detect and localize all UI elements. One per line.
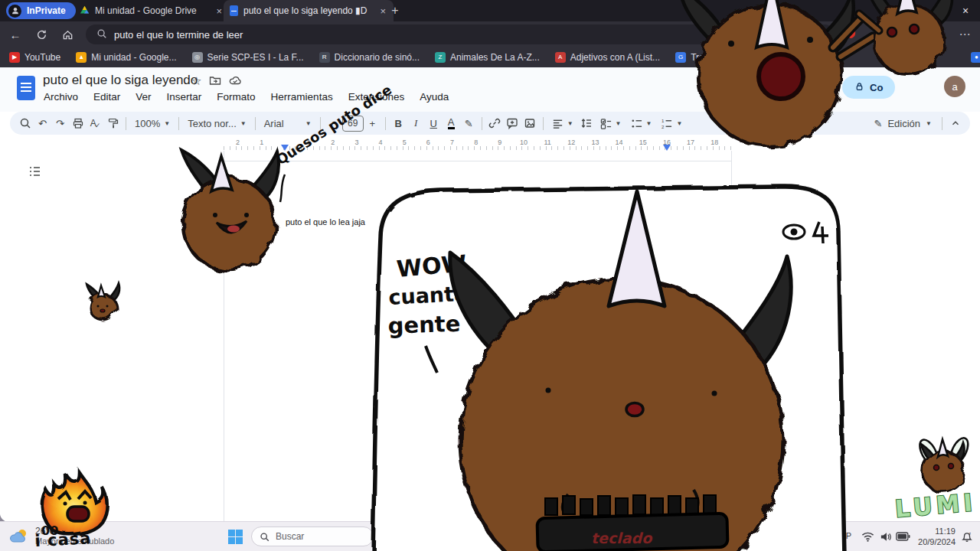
share-button[interactable]: Co — [842, 76, 895, 99]
browser-tab-strip: InPrivate Mi unidad - Google Drive × put… — [0, 0, 980, 21]
undo-icon[interactable]: ↶ — [34, 114, 51, 132]
ruler-number: 6 — [416, 139, 440, 146]
print-icon[interactable] — [69, 114, 87, 132]
bookmark-item[interactable]: ◎ Serie SCP-ES I - La F... — [192, 52, 304, 63]
window-restore-button[interactable] — [925, 0, 951, 21]
star-icon[interactable]: ☆ — [191, 74, 201, 88]
account-avatar[interactable]: a — [944, 76, 965, 97]
ruler-number: 4 — [368, 139, 392, 146]
home-icon[interactable] — [57, 24, 78, 45]
search-menus-icon[interactable] — [16, 114, 34, 132]
battery-icon[interactable] — [893, 527, 913, 546]
menu-item[interactable]: Editar — [86, 90, 128, 104]
menu-item[interactable]: Ayuda — [412, 90, 456, 104]
bookmark-item[interactable]: Z Animales De La A-Z... — [435, 52, 540, 63]
zoom-select[interactable]: 100%▼ — [130, 118, 175, 129]
extension-icon[interactable] — [845, 28, 857, 42]
font-size-increase-button[interactable]: + — [364, 114, 381, 132]
editing-mode-select[interactable]: ✎ Edición ▼ — [868, 118, 938, 129]
new-tab-button[interactable]: + — [387, 3, 403, 18]
ruler-number: 7 — [440, 139, 464, 146]
bookmark-item[interactable]: ▶ YouTube — [9, 52, 60, 63]
window-close-button[interactable]: × — [952, 0, 978, 21]
checklist-select[interactable]: ▼ — [596, 118, 626, 129]
underline-button[interactable]: U — [425, 114, 443, 132]
cloud-status-icon[interactable] — [229, 75, 242, 88]
bookmark-item[interactable]: J Janitor A — [790, 52, 841, 63]
refresh-icon[interactable] — [31, 24, 52, 45]
italic-button[interactable]: I — [407, 114, 425, 132]
page-left-edge — [224, 151, 224, 522]
bullet-list-select[interactable]: ▼ — [626, 118, 657, 129]
weather-temp: 26°C — [35, 526, 114, 536]
font-size-decrease-button[interactable]: − — [325, 114, 342, 132]
editing-mode-label: Edición — [887, 118, 920, 129]
document-outline-icon[interactable] — [26, 162, 44, 181]
tray-time: 11:19 — [913, 526, 956, 536]
bookmark-favicon: ▲ — [76, 52, 87, 63]
browser-menu-icon[interactable]: ⋯ — [956, 28, 974, 41]
font-size-input[interactable]: 69 — [342, 116, 364, 132]
bookmark-item[interactable]: R Diccionario de sinó... — [319, 52, 420, 63]
edge-taskbar-icon[interactable] — [418, 527, 438, 546]
paragraph-style-select[interactable]: Texto nor...▼ — [183, 118, 251, 129]
tab-drive[interactable]: Mi unidad - Google Drive × — [74, 0, 230, 21]
insert-image-icon[interactable] — [521, 114, 539, 132]
menu-item[interactable]: Formato — [209, 90, 263, 104]
document-title[interactable]: puto el que lo siga leyendo — [43, 73, 198, 88]
menu-item[interactable]: Insertar — [159, 90, 210, 104]
ruler-number: 1 — [250, 139, 273, 146]
tab-close-icon[interactable]: × — [214, 5, 224, 17]
docs-app-icon[interactable] — [17, 76, 35, 100]
menu-item[interactable]: Extensiones — [341, 90, 413, 104]
line-spacing-icon[interactable] — [578, 114, 596, 132]
ruler-number: 2 — [321, 139, 345, 146]
move-folder-icon[interactable] — [209, 75, 221, 88]
page-top-edge — [224, 161, 731, 161]
tab-docs-active[interactable]: puto el que lo siga leyendo ▮D × — [224, 0, 394, 21]
collapse-toolbar-icon[interactable] — [946, 114, 964, 132]
spellcheck-icon[interactable]: A✓ — [87, 114, 104, 132]
file-explorer-icon[interactable] — [447, 527, 467, 546]
language-indicator[interactable]: ESP — [835, 531, 851, 540]
bookmark-item[interactable]: A Adjetivos con A (List... — [555, 52, 660, 63]
indent-marker-left[interactable] — [281, 145, 289, 151]
docs-menu-bar: ArchivoEditarVerInsertarFormatoHerramien… — [36, 90, 456, 104]
redo-icon[interactable]: ↷ — [51, 114, 69, 132]
add-comment-icon[interactable] — [504, 114, 521, 132]
inprivate-badge[interactable]: InPrivate — [6, 2, 76, 19]
window-minimize-button[interactable]: – — [897, 0, 923, 21]
taskbar-clock[interactable]: 11:19 20/9/2024 — [913, 526, 956, 547]
bookmark-item[interactable]: ● C — [971, 52, 980, 63]
tray-app-icon[interactable] — [812, 527, 831, 546]
start-button[interactable] — [225, 527, 245, 546]
ruler-number: 3 — [345, 139, 368, 146]
taskbar-search[interactable]: Buscar — [251, 527, 374, 546]
address-bar[interactable]: puto el que lo termine de leer — [86, 24, 835, 44]
menu-item[interactable]: Archivo — [36, 90, 86, 104]
indent-marker-right[interactable] — [663, 145, 671, 151]
paint-format-icon[interactable] — [104, 114, 122, 132]
insert-link-icon[interactable] — [486, 114, 504, 132]
numbered-list-select[interactable]: 12 ▼ — [656, 118, 687, 129]
weather-widget[interactable]: 26°C Mayormente nublado — [9, 526, 114, 546]
docs-header: puto el que lo siga leyendo ☆ ArchivoEdi… — [0, 67, 980, 112]
font-select[interactable]: Arial▼ — [260, 118, 316, 129]
notification-bell-icon[interactable]: z — [957, 527, 977, 546]
wifi-icon[interactable] — [858, 527, 877, 546]
inprivate-label: InPrivate — [27, 5, 66, 16]
menu-item[interactable]: Ver — [128, 90, 158, 104]
task-view-button[interactable] — [389, 527, 409, 546]
tab-close-icon[interactable]: × — [378, 5, 387, 17]
text-color-button[interactable]: A — [443, 114, 460, 132]
align-select[interactable]: ▼ — [547, 118, 578, 129]
bold-button[interactable]: B — [390, 114, 407, 132]
ruler[interactable]: 21 123456789101112131415161718 — [0, 138, 980, 151]
document-text[interactable]: puto el que lo lea jaja — [286, 217, 365, 227]
bookmark-item[interactable]: G Traductor de Google — [675, 52, 775, 63]
bookmark-item[interactable]: ▲ Mi unidad - Google... — [76, 52, 176, 63]
back-icon[interactable]: ← — [5, 24, 26, 45]
highlight-color-icon[interactable]: ✎ — [460, 114, 478, 132]
bookmark-label: Adjetivos con A (List... — [570, 52, 660, 63]
menu-item[interactable]: Herramientas — [263, 90, 341, 104]
